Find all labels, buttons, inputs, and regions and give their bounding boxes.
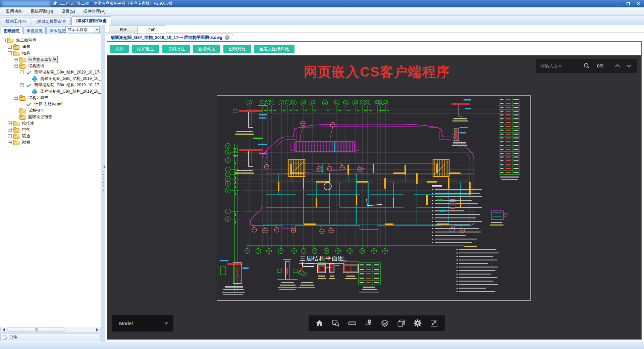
tree-item[interactable]: 结构计算书	[0, 95, 101, 101]
tree-item[interactable]: 施工图审查	[0, 37, 101, 44]
sidebar-tab[interactable]: 审查意见	[23, 27, 46, 34]
tree-item[interactable]: 翡翠湖别院_G8#_结构_2019_10_17-三	[0, 82, 101, 88]
tree-item[interactable]: 计算书-结构.pdf	[0, 101, 101, 107]
svg-text:10: 10	[302, 101, 305, 104]
tree-item[interactable]: 暖通	[0, 133, 101, 139]
scroll-right-arrow[interactable]	[95, 327, 100, 332]
tree-horizontal-scrollbar[interactable]	[0, 327, 101, 333]
fullscreen-button[interactable]	[429, 318, 439, 329]
tree-item[interactable]: 超限论证报告	[0, 114, 101, 120]
mark-point-button[interactable]	[363, 318, 374, 329]
copy-sheets-icon	[397, 319, 406, 328]
tree-node-icon	[13, 121, 19, 126]
main-tab-bar: 我的工作台[单体1]模型审查[单体1]图纸审查	[0, 16, 644, 25]
scroll-left-arrow[interactable]	[1, 327, 6, 332]
menu-item[interactable]: 系统帮助(H)	[27, 8, 57, 15]
layers-icon	[380, 319, 389, 328]
measure-button[interactable]	[347, 318, 358, 329]
tree-node-icon	[19, 57, 25, 62]
tree-expander-icon[interactable]	[14, 58, 18, 61]
minimize-icon	[616, 5, 620, 5]
tree-expander-icon[interactable]	[8, 121, 12, 125]
cad-toolbar-button[interactable]: 自定义图纸对比	[254, 45, 294, 53]
tree-node-icon	[19, 114, 25, 119]
tree-expander-icon[interactable]	[2, 39, 6, 42]
tree-expander-icon[interactable]	[14, 96, 18, 100]
tree-expander-icon[interactable]	[20, 83, 24, 87]
svg-text:17: 17	[361, 101, 364, 104]
tree-item[interactable]: 给排水	[0, 120, 101, 127]
tree-item[interactable]: 翡翠湖别院_G8#_结构_2019_10_1	[0, 76, 101, 82]
svg-text:8: 8	[293, 101, 294, 104]
chevron-down-icon[interactable]	[94, 27, 99, 33]
tree-node-icon	[19, 108, 25, 113]
drawing-tree: 施工图审查 建筑 结构 审查意见回复单 结构图纸 翡翠湖别院_G8#_	[0, 35, 101, 326]
menu-item[interactable]: 设置(S)	[57, 8, 79, 15]
tree-item[interactable]: 翡翠湖别院_G8#_结构_2019_10_17-三	[0, 69, 101, 76]
splitter-grip[interactable]	[103, 171, 104, 193]
file-tab-close-icon[interactable]: ✕	[225, 35, 229, 40]
tree-expander-icon[interactable]	[8, 45, 12, 49]
svg-text:A: A	[227, 218, 228, 221]
svg-text:3: 3	[267, 101, 268, 104]
home-button[interactable]	[314, 318, 325, 329]
svg-text:9: 9	[293, 250, 295, 253]
file-tab[interactable]: 翡翠湖别院_G8#_结构_2019_10_17-三层结构平面图-2.dwg ✕	[107, 34, 233, 41]
maximize-button[interactable]	[623, 0, 633, 7]
cad-toolbar-button[interactable]: 刷新	[110, 45, 129, 53]
minimize-button[interactable]	[613, 0, 623, 7]
tree-node-icon	[13, 134, 19, 139]
cad-toolbar-button[interactable]: 新增意见	[193, 45, 220, 53]
menu-item[interactable]: 常用功能	[2, 8, 26, 15]
tree-item[interactable]: 电气	[0, 127, 101, 133]
cad-toolbar-button[interactable]: 图纸对比	[223, 45, 251, 53]
main-tab[interactable]: [单体1]模型审查	[32, 17, 71, 25]
tree-expander-icon[interactable]	[20, 70, 24, 74]
zoom-window-button[interactable]	[330, 318, 341, 329]
search-input[interactable]	[540, 63, 583, 68]
tree-item[interactable]: 结构图纸	[0, 63, 101, 69]
settings-button[interactable]	[412, 318, 423, 329]
floor-plan-drawing[interactable]: 1234678101112131416171820212213579111213…	[216, 94, 532, 302]
svg-text:N: N	[227, 145, 228, 148]
format-tab[interactable]: CAD	[138, 26, 166, 34]
svg-text:D: D	[227, 189, 229, 192]
search-icon[interactable]	[583, 62, 590, 69]
tree-expander-icon[interactable]	[8, 134, 12, 138]
svg-text:18: 18	[366, 101, 369, 104]
sidebar-tab[interactable]: 图纸信息	[1, 27, 23, 34]
cad-toolbar-button[interactable]: 取消批注	[162, 45, 190, 53]
cad-toolbar-button[interactable]: 添加批注	[132, 45, 159, 53]
search-next-button[interactable]	[626, 63, 632, 68]
svg-text:7: 7	[287, 101, 288, 104]
tree-item[interactable]: 翡翠湖别院_G8#_结构_2019_10_1	[0, 88, 101, 95]
format-tab[interactable]: PDF	[109, 26, 138, 33]
svg-text:12: 12	[324, 101, 326, 104]
tree-node-icon	[32, 89, 38, 94]
collapse-arrow-icon[interactable]	[102, 165, 105, 168]
close-button[interactable]: ×	[633, 0, 643, 7]
menu-item[interactable]: 插件管理(P)	[79, 8, 109, 15]
layout-selector[interactable]: Model	[112, 315, 173, 332]
show-toolbar-select[interactable]: 显示工具条	[65, 26, 100, 33]
tree-item[interactable]: 建筑	[0, 44, 101, 50]
tree-expander-icon[interactable]	[8, 141, 12, 144]
tree-expander-icon[interactable]	[8, 51, 12, 55]
tree-expander-icon[interactable]	[8, 128, 12, 132]
tree-item[interactable]: 试桩报告	[0, 107, 101, 114]
search-prev-button[interactable]	[614, 63, 621, 68]
tree-item[interactable]: 结构	[0, 50, 101, 56]
panel-splitter[interactable]	[101, 25, 105, 342]
viewer-toolbar	[309, 315, 445, 331]
main-tab[interactable]: 我的工作台	[1, 17, 31, 25]
sheets-button[interactable]	[396, 318, 407, 329]
tree-expander-icon[interactable]	[14, 64, 18, 68]
tree-item[interactable]: 勘察	[0, 139, 101, 146]
scrollbar-thumb[interactable]	[7, 328, 66, 332]
tree-item[interactable]: 审查意见回复单	[0, 56, 101, 63]
main-tab[interactable]: [单体1]图纸审查	[71, 16, 111, 25]
cad-canvas[interactable]: 网页嵌入CS客户端程序 0/0	[107, 55, 641, 339]
file-tab-label: 翡翠湖别院_G8#_结构_2019_10_17-三层结构平面图-2.dwg	[111, 35, 222, 41]
zoom-window-icon	[331, 319, 340, 328]
layers-button[interactable]	[379, 318, 390, 329]
